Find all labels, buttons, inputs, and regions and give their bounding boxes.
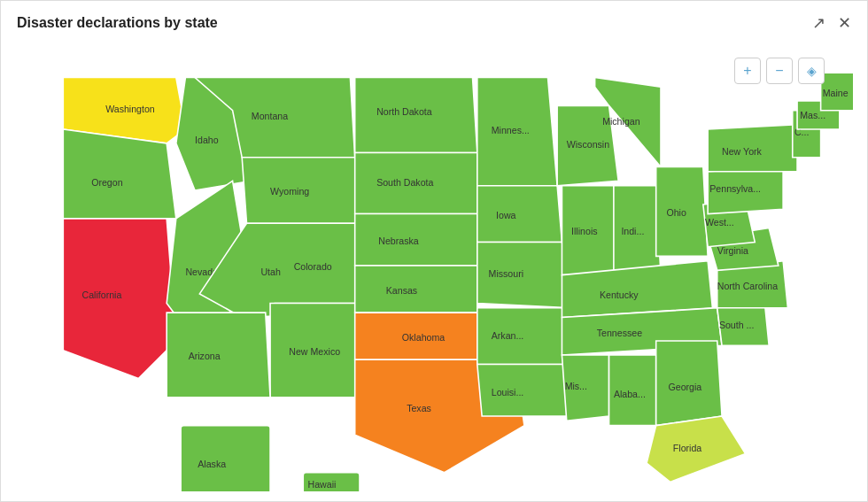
state-MO[interactable] bbox=[477, 242, 571, 307]
state-FL[interactable] bbox=[647, 416, 746, 482]
state-AR[interactable] bbox=[477, 308, 571, 365]
state-WY[interactable] bbox=[242, 158, 360, 223]
state-HI[interactable] bbox=[303, 473, 360, 491]
state-IA[interactable] bbox=[477, 186, 562, 243]
state-CA[interactable] bbox=[63, 219, 176, 379]
state-OH[interactable] bbox=[656, 166, 708, 256]
main-container: Disaster declarations by state ↗ ✕ + − ◈… bbox=[0, 0, 868, 502]
share-icon[interactable]: ↗ bbox=[812, 13, 825, 33]
state-WI[interactable] bbox=[557, 105, 618, 185]
state-ME[interactable] bbox=[821, 73, 854, 111]
reset-button[interactable]: ◈ bbox=[798, 58, 825, 84]
state-MN[interactable] bbox=[477, 78, 557, 186]
zoom-out-button[interactable]: − bbox=[766, 58, 793, 84]
header-icons: ↗ ✕ bbox=[812, 13, 851, 33]
state-MS[interactable] bbox=[562, 355, 608, 421]
state-NE[interactable] bbox=[355, 214, 477, 266]
state-AL[interactable] bbox=[609, 355, 656, 426]
state-AK[interactable] bbox=[181, 426, 270, 491]
state-SD[interactable] bbox=[355, 153, 477, 214]
map-controls: + − ◈ bbox=[734, 58, 825, 84]
state-AZ[interactable] bbox=[167, 313, 270, 398]
header: Disaster declarations by state ↗ ✕ bbox=[1, 1, 867, 40]
state-ND[interactable] bbox=[355, 78, 477, 153]
state-IL[interactable] bbox=[562, 186, 618, 275]
state-PA[interactable] bbox=[708, 166, 783, 213]
state-NY[interactable] bbox=[708, 125, 797, 172]
state-LA[interactable] bbox=[477, 365, 571, 416]
zoom-in-button[interactable]: + bbox=[734, 58, 761, 84]
close-icon[interactable]: ✕ bbox=[838, 13, 851, 33]
state-IN[interactable] bbox=[614, 186, 661, 275]
map-area: + − ◈ Washington Oregon California Idaho… bbox=[1, 40, 868, 491]
state-GA[interactable] bbox=[656, 341, 722, 426]
state-OR[interactable] bbox=[63, 129, 176, 219]
state-KS[interactable] bbox=[355, 266, 477, 313]
page-title: Disaster declarations by state bbox=[17, 15, 218, 31]
usa-map: Washington Oregon California Idaho Nevad… bbox=[1, 40, 868, 491]
